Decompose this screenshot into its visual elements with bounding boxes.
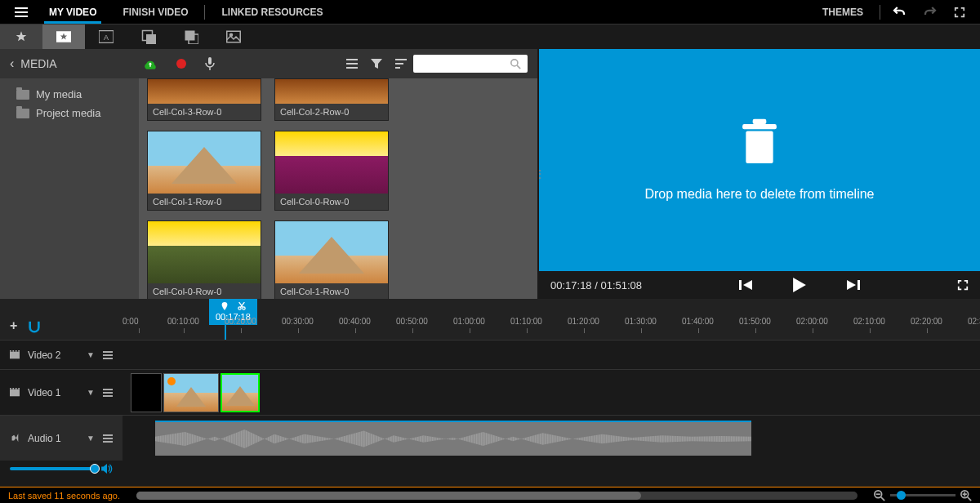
next-button[interactable] [847, 278, 860, 292]
volume-slider[interactable] [10, 467, 95, 470]
media-item[interactable]: Cell-Col-2-Row-0 [274, 78, 389, 121]
track-dropdown-icon[interactable]: ▼ [87, 434, 95, 443]
redo-icon[interactable] [915, 5, 946, 20]
ruler-tick: 02:20:00 [911, 317, 942, 326]
audio-clip[interactable] [155, 421, 751, 456]
preview-fullscreen-icon[interactable] [957, 279, 969, 291]
video1-track[interactable] [122, 370, 980, 415]
trash-icon [739, 118, 780, 167]
svg-rect-19 [746, 131, 773, 163]
media-label: Cell-Col-3-Row-0 [148, 104, 261, 120]
media-title-text: MEDIA [20, 57, 56, 70]
sort-icon[interactable] [395, 59, 407, 69]
ruler-tick: 00:30:00 [282, 317, 314, 326]
svg-rect-29 [10, 350, 11, 352]
svg-rect-36 [10, 389, 20, 396]
hamburger-menu[interactable] [7, 7, 36, 17]
ruler-tick: 00:20:00 [225, 317, 256, 326]
svg-rect-37 [10, 388, 11, 389]
media-item[interactable]: Cell-Col-0-Row-0 [147, 220, 261, 299]
tab-image[interactable] [212, 24, 255, 49]
ruler-tick: 02:30 [968, 317, 980, 326]
tab-layer2[interactable] [170, 24, 212, 49]
track-menu-icon[interactable] [103, 351, 113, 359]
clip[interactable] [131, 373, 162, 412]
tab-text[interactable]: A [85, 24, 127, 49]
svg-rect-21 [753, 119, 767, 124]
svg-rect-5 [185, 31, 195, 41]
upload-icon[interactable] [143, 58, 158, 69]
media-panel-title: ‹ MEDIA [10, 56, 57, 71]
audio-track-icon [10, 434, 20, 443]
prev-button[interactable] [739, 278, 752, 292]
ruler-tick: 01:50:00 [739, 317, 771, 326]
ruler-tick: 01:30:00 [625, 317, 657, 326]
tab-layer1[interactable] [127, 24, 170, 49]
folder-my-media[interactable]: My media [0, 85, 139, 104]
video2-track[interactable] [122, 341, 980, 369]
svg-rect-20 [742, 124, 777, 129]
track-menu-icon[interactable] [103, 434, 113, 443]
zoom-slider[interactable] [890, 494, 956, 496]
ruler-tick: 01:20:00 [568, 317, 599, 326]
search-input[interactable] [413, 55, 528, 73]
clip-selected[interactable] [220, 373, 260, 412]
filter-icon[interactable] [371, 59, 382, 69]
svg-rect-30 [12, 350, 14, 352]
ruler[interactable]: 0:00 00:10:00 00:20:00 00:30:00 00:40:00… [122, 317, 980, 340]
timeline-scrollbar[interactable] [136, 492, 858, 500]
list-view-icon[interactable] [346, 59, 358, 69]
folder-project-media[interactable]: Project media [0, 104, 139, 122]
tab-my-video[interactable]: MY VIDEO [36, 0, 109, 24]
svg-rect-23 [858, 280, 860, 290]
svg-rect-28 [10, 351, 20, 358]
undo-icon[interactable] [884, 5, 915, 20]
audio1-track[interactable] [122, 416, 980, 461]
media-item[interactable]: Cell-Col-1-Row-0 [274, 220, 389, 299]
svg-text:A: A [104, 33, 109, 42]
ruler-tick: 00:10:00 [167, 317, 199, 326]
ruler-tick: 02:00:00 [796, 317, 828, 326]
media-label: Cell-Col-0-Row-0 [275, 194, 388, 210]
media-item[interactable]: Cell-Col-0-Row-0 [274, 131, 389, 211]
play-button[interactable] [793, 278, 806, 292]
divider [204, 5, 205, 20]
svg-rect-39 [16, 388, 17, 389]
folder-icon [16, 90, 29, 100]
folder-icon [16, 109, 29, 118]
folder-label: Project media [36, 107, 100, 119]
cut-icon [238, 302, 246, 310]
ruler-tick: 00:50:00 [396, 317, 428, 326]
status-text: Last saved 11 seconds ago. [8, 491, 120, 501]
media-item[interactable]: Cell-Col-1-Row-0 [147, 131, 261, 211]
svg-point-17 [511, 59, 518, 65]
mic-icon[interactable] [205, 57, 215, 70]
track-dropdown-icon[interactable]: ▼ [87, 388, 95, 397]
record-icon[interactable] [176, 58, 187, 69]
track-dropdown-icon[interactable]: ▼ [87, 350, 95, 359]
zoom-out-icon[interactable] [874, 490, 885, 501]
clip[interactable] [163, 373, 219, 412]
speaker-icon[interactable] [101, 464, 113, 474]
media-item[interactable]: Cell-Col-3-Row-0 [147, 78, 261, 121]
themes-button[interactable]: THEMES [809, 0, 876, 24]
time-display: 00:17:18 / 01:51:08 [550, 279, 642, 292]
tab-starred[interactable] [42, 24, 85, 49]
tab-linked-resources[interactable]: LINKED RESOURCES [208, 0, 336, 24]
playhead-line[interactable] [225, 325, 226, 340]
tab-favorites[interactable] [0, 24, 42, 49]
ruler-tick: 01:00:00 [453, 317, 485, 326]
marker-icon [220, 302, 229, 310]
fullscreen-icon[interactable] [946, 7, 973, 18]
track-menu-icon[interactable] [103, 389, 113, 397]
svg-rect-10 [208, 57, 212, 65]
magnet-icon[interactable] [27, 320, 42, 333]
tab-finish-video[interactable]: FINISH VIDEO [109, 0, 201, 24]
track-label: Audio 1 [28, 433, 78, 444]
zoom-in-icon[interactable] [960, 490, 972, 501]
panel-drag-handle[interactable]: ⋮ [534, 167, 546, 180]
media-label: Cell-Col-1-Row-0 [275, 283, 388, 299]
video-track-icon [10, 350, 20, 360]
svg-rect-40 [18, 388, 20, 389]
add-track-icon[interactable]: + [10, 318, 17, 333]
